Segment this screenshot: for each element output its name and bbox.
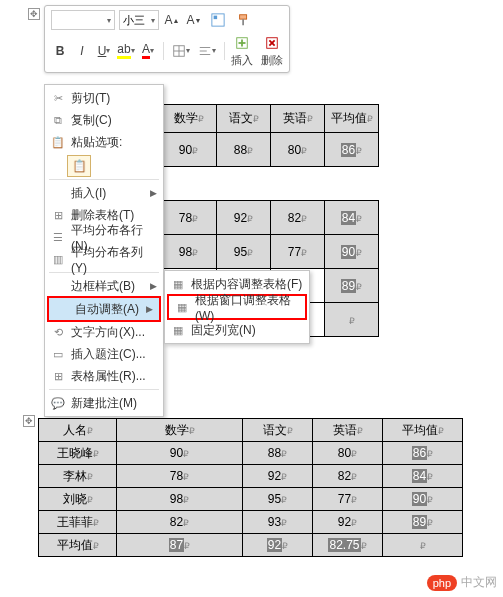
document-table-bottom: 人名₽ 数学₽ 语文₽ 英语₽ 平均值₽ 王晓峰₽90₽88₽80₽86₽ 李林… [38, 418, 463, 557]
font-color-icon[interactable]: A▾ [139, 42, 157, 60]
fit-content-icon: ▦ [169, 276, 187, 292]
menu-paste-options[interactable]: 📋粘贴选项: [45, 131, 163, 153]
font-size-select[interactable]: 小三▾ [119, 10, 159, 30]
th-english: 英语₽ [271, 105, 325, 133]
svg-rect-1 [214, 16, 218, 20]
th-name: 人名₽ [39, 419, 117, 442]
bold-icon[interactable]: B [51, 42, 69, 60]
paste-icon: 📋 [49, 134, 67, 150]
scissors-icon: ✂ [49, 90, 67, 106]
styles-icon[interactable] [207, 10, 229, 30]
clipboard-icon: 📋 [72, 159, 87, 173]
table-move-handle[interactable]: ✥ [28, 8, 40, 20]
delete-label: 删除 [261, 53, 283, 68]
cols-icon: ▥ [49, 251, 67, 267]
th-math: 数学₽ [117, 419, 243, 442]
border-icon[interactable]: ▾ [170, 41, 192, 61]
th-avg: 平均值₽ [325, 105, 379, 133]
increase-font-icon[interactable]: A▲ [163, 11, 181, 29]
table-row: 78₽ 92₽ 82₽ 84₽ [161, 201, 379, 235]
th-chinese: 语文₽ [243, 419, 313, 442]
copy-icon: ⧉ [49, 112, 67, 128]
table-row: 刘晓₽98₽95₽77₽90₽ [39, 488, 463, 511]
chevron-right-icon: ▶ [150, 188, 157, 198]
submenu-fixed-width[interactable]: ▦固定列宽(N) [165, 319, 309, 341]
fit-window-icon: ▦ [173, 299, 191, 315]
delete-table-icon: ⊞ [49, 207, 67, 223]
menu-autofit[interactable]: 自动调整(A)▶ [49, 298, 159, 320]
fixed-width-icon: ▦ [169, 322, 187, 338]
table-row [161, 167, 379, 201]
menu-table-props[interactable]: ⊞表格属性(R)... [45, 365, 163, 387]
menu-dist-cols[interactable]: ▥平均分布各列(Y) [45, 248, 163, 270]
mini-toolbar: ▾ 小三▾ A▲ A▼ B I U▾ ab▾ A▾ ▾ ▾ 插入 删除 [44, 5, 290, 73]
italic-icon[interactable]: I [73, 42, 91, 60]
autofit-submenu: ▦根据内容调整表格(F) ▦根据窗口调整表格(W) ▦固定列宽(N) [164, 270, 310, 344]
chevron-right-icon: ▶ [150, 281, 157, 291]
format-painter-icon[interactable] [233, 10, 255, 30]
table-move-handle[interactable]: ✥ [23, 415, 35, 427]
caption-icon: ▭ [49, 346, 67, 362]
decrease-font-icon[interactable]: A▼ [185, 11, 203, 29]
menu-new-comment[interactable]: 💬新建批注(M) [45, 392, 163, 414]
highlight-icon[interactable]: ab▾ [117, 42, 135, 60]
paste-option-keep-source[interactable]: 📋 [67, 155, 91, 177]
underline-icon[interactable]: U▾ [95, 42, 113, 60]
chevron-right-icon: ▶ [146, 304, 153, 314]
text-dir-icon: ⟲ [49, 324, 67, 340]
brand-badge: php [427, 575, 457, 591]
table-row: 王晓峰₽90₽88₽80₽86₽ [39, 442, 463, 465]
table-row: 平均值₽87₽92₽82.75₽₽ [39, 534, 463, 557]
th-avg: 平均值₽ [383, 419, 463, 442]
delete-icon[interactable] [261, 33, 283, 53]
menu-insert[interactable]: 插入(I)▶ [45, 182, 163, 204]
table-row: 李林₽78₽92₽82₽84₽ [39, 465, 463, 488]
table-row: 王菲菲₽82₽93₽92₽89₽ [39, 511, 463, 534]
comment-icon: 💬 [49, 395, 67, 411]
th-english: 英语₽ [313, 419, 383, 442]
insert-icon[interactable] [231, 33, 253, 53]
table-row: 90₽ 88₽ 80₽ 86₽ [161, 133, 379, 167]
watermark: php 中文网 [427, 574, 497, 591]
context-menu: ✂剪切(T) ⧉复制(C) 📋粘贴选项: 📋 插入(I)▶ ⊞删除表格(T) ☰… [44, 84, 164, 417]
menu-border-style[interactable]: 边框样式(B)▶ [45, 275, 163, 297]
align-icon[interactable]: ▾ [196, 41, 218, 61]
submenu-fit-window[interactable]: ▦根据窗口调整表格(W) [169, 296, 305, 318]
menu-cut[interactable]: ✂剪切(T) [45, 87, 163, 109]
menu-insert-caption[interactable]: ▭插入题注(C)... [45, 343, 163, 365]
svg-rect-2 [240, 15, 247, 19]
props-icon: ⊞ [49, 368, 67, 384]
th-chinese: 语文₽ [217, 105, 271, 133]
menu-text-direction[interactable]: ⟲文字方向(X)... [45, 321, 163, 343]
table-row: 98₽ 95₽ 77₽ 90₽ [161, 235, 379, 269]
insert-label: 插入 [231, 53, 253, 68]
rows-icon: ☰ [49, 229, 67, 245]
watermark-text: 中文网 [461, 574, 497, 591]
menu-copy[interactable]: ⧉复制(C) [45, 109, 163, 131]
svg-rect-3 [242, 19, 244, 25]
font-family-select[interactable]: ▾ [51, 10, 115, 30]
th-math: 数学₽ [161, 105, 217, 133]
